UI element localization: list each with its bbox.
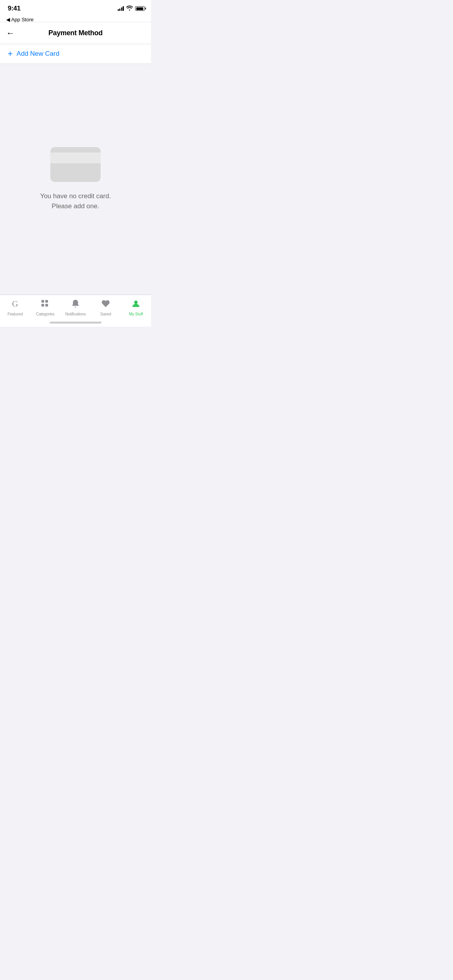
- status-time: 9:41: [8, 5, 21, 12]
- add-new-card-label: Add New Card: [17, 50, 60, 58]
- tab-featured[interactable]: G Featured: [0, 299, 30, 316]
- empty-state-text: You have no credit card. Please add one.: [40, 191, 111, 211]
- svg-rect-4: [45, 304, 48, 307]
- tab-mystuff[interactable]: My Stuff: [121, 299, 151, 316]
- saved-icon: [101, 299, 111, 310]
- home-indicator: [50, 322, 101, 324]
- back-arrow-icon: ←: [6, 28, 15, 38]
- card-stripe: [50, 152, 101, 163]
- page-title: Payment Method: [48, 29, 103, 37]
- nav-bar: ← Payment Method: [0, 22, 151, 44]
- saved-label: Saved: [100, 312, 111, 316]
- empty-state-area: You have no credit card. Please add one.: [0, 64, 151, 294]
- tab-categories[interactable]: Categories: [30, 299, 60, 316]
- empty-state-line2: Please add one.: [40, 201, 111, 211]
- battery-icon: [135, 6, 145, 11]
- app-store-back-text[interactable]: ◀ App Store: [6, 17, 34, 22]
- categories-icon: [40, 299, 50, 310]
- featured-icon: G: [10, 299, 20, 310]
- status-icons: [118, 5, 145, 12]
- tab-notifications[interactable]: Notifications: [60, 299, 91, 316]
- plus-icon: +: [8, 50, 13, 58]
- add-new-card-section[interactable]: + Add New Card: [0, 44, 151, 64]
- svg-rect-2: [45, 300, 48, 303]
- status-bar: 9:41: [0, 0, 151, 17]
- mystuff-icon: [131, 299, 141, 310]
- svg-point-5: [134, 301, 138, 304]
- notifications-label: Notifications: [65, 312, 86, 316]
- credit-card-illustration: [50, 147, 101, 182]
- empty-state-line1: You have no credit card.: [40, 191, 111, 201]
- svg-rect-3: [41, 304, 44, 307]
- notifications-icon: [70, 299, 81, 310]
- tab-saved[interactable]: Saved: [91, 299, 121, 316]
- back-button[interactable]: ←: [6, 28, 15, 38]
- featured-label: Featured: [7, 312, 22, 316]
- wifi-icon: [126, 5, 133, 12]
- app-store-back-area[interactable]: ◀ App Store: [0, 17, 151, 22]
- categories-label: Categories: [36, 312, 54, 316]
- mystuff-label: My Stuff: [129, 312, 143, 316]
- signal-icon: [118, 6, 124, 11]
- svg-rect-1: [41, 300, 44, 303]
- svg-text:G: G: [12, 299, 18, 308]
